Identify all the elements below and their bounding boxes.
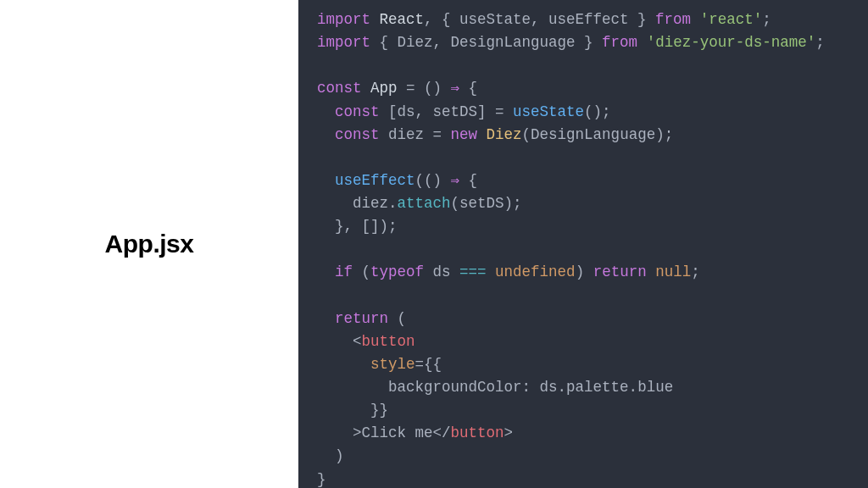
code-token: App: [370, 80, 398, 97]
code-token: useEffect: [548, 11, 629, 28]
code-token: }, []);: [317, 218, 398, 235]
code-token: undefined: [495, 263, 576, 280]
code-token: (: [522, 126, 531, 143]
code-token: );: [655, 126, 673, 143]
code-token: diez: [353, 195, 388, 212]
code-token: =: [424, 126, 451, 143]
code-token: ();: [584, 103, 611, 120]
code-token: diez: [388, 126, 424, 143]
code-token: [317, 263, 335, 280]
code-token: [317, 379, 388, 396]
code-token: (: [398, 310, 407, 327]
code-token: [317, 310, 335, 327]
code-token: const: [335, 126, 388, 143]
code-token: [317, 149, 326, 166]
code-token: = (): [398, 80, 451, 97]
code-token: ): [317, 447, 344, 464]
code-token: <: [317, 333, 362, 350]
code-token: .: [388, 195, 398, 212]
code-token: style: [370, 356, 415, 373]
code-token: if: [335, 263, 362, 280]
code-token: DesignLanguage: [451, 34, 576, 51]
code-token: }}: [317, 402, 388, 419]
code-token: [ds, setDS] =: [388, 103, 513, 120]
code-token: , {: [424, 11, 459, 28]
code-token: Diez: [398, 34, 433, 51]
code-token: import: [317, 34, 380, 51]
code-token: [317, 172, 335, 189]
code-token: from: [602, 34, 647, 51]
code-token: ===: [459, 263, 487, 280]
left-pane: App.jsx: [0, 0, 298, 488]
code-token: </: [433, 424, 451, 441]
code-token: React: [380, 11, 425, 28]
code-token: ds: [433, 263, 460, 280]
code-token: return: [593, 263, 656, 280]
code-token: }: [629, 11, 656, 28]
code-token: [317, 103, 335, 120]
code-token: :: [522, 379, 540, 396]
code-token: ((): [415, 172, 451, 189]
code-token: {: [380, 34, 398, 51]
code-token: new: [451, 126, 487, 143]
code-token: ;: [815, 34, 825, 51]
code-token: Click me: [362, 424, 433, 441]
code-token: ;: [762, 11, 771, 28]
code-pane: import React, { useState, useEffect } fr…: [298, 0, 868, 488]
code-token: [317, 241, 326, 258]
code-token: useState: [513, 103, 584, 120]
code-token: Diez: [487, 126, 522, 143]
code-token: .: [629, 379, 638, 396]
slide-container: App.jsx import React, { useState, useEff…: [0, 0, 868, 488]
code-token: setDS: [459, 195, 504, 212]
code-token: {: [459, 80, 477, 97]
code-token: useEffect: [335, 172, 415, 189]
code-token: ⇒: [451, 80, 460, 97]
code-token: [317, 57, 326, 74]
code-token: );: [504, 195, 522, 212]
code-token: const: [317, 80, 370, 97]
code-token: button: [362, 333, 415, 350]
code-token: >: [504, 424, 514, 441]
code-token: >: [317, 424, 362, 441]
code-token: blue: [637, 379, 673, 396]
code-token: DesignLanguage: [531, 126, 655, 143]
code-token: [317, 126, 335, 143]
code-block: import React, { useState, useEffect } fr…: [317, 8, 849, 488]
filename-label: App.jsx: [105, 230, 194, 258]
code-token: typeof: [370, 263, 433, 280]
code-token: palette: [566, 379, 629, 396]
code-token: ;: [691, 263, 700, 280]
code-token: }: [576, 34, 603, 51]
code-token: ,: [531, 11, 548, 28]
code-token: .: [558, 379, 567, 396]
code-token: button: [451, 424, 504, 441]
code-token: import: [317, 11, 380, 28]
code-token: ⇒: [451, 172, 460, 189]
code-token: 'diez-your-ds-name': [647, 34, 816, 51]
code-token: [317, 195, 353, 212]
code-token: 'react': [700, 11, 763, 28]
code-token: (: [451, 195, 460, 212]
code-token: backgroundColor: [388, 379, 522, 396]
code-token: }: [317, 471, 326, 488]
code-token: [487, 263, 496, 280]
code-token: null: [655, 263, 691, 280]
code-token: ): [576, 263, 593, 280]
code-token: {: [459, 172, 477, 189]
code-token: from: [655, 11, 700, 28]
code-token: [317, 356, 370, 373]
code-token: (: [362, 263, 371, 280]
code-token: return: [335, 310, 398, 327]
code-token: ds: [540, 379, 558, 396]
code-token: useState: [459, 11, 531, 28]
code-token: ={{: [415, 356, 442, 373]
code-token: attach: [398, 195, 451, 212]
code-token: const: [335, 103, 388, 120]
code-token: [317, 287, 326, 304]
code-token: ,: [433, 34, 451, 51]
